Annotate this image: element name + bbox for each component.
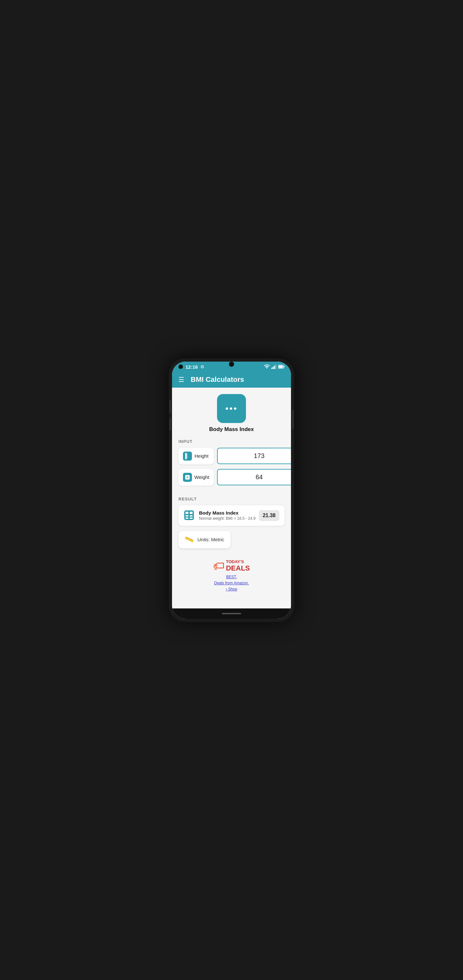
height-label-btn[interactable]: Height: [178, 448, 214, 465]
height-row: Height cm: [178, 448, 285, 465]
camera-dot: [178, 364, 183, 369]
svg-rect-9: [185, 455, 187, 455]
bmi-card-title: Body Mass Index: [209, 426, 254, 433]
bmi-icon-dots: •••: [225, 403, 238, 414]
svg-rect-11: [185, 457, 187, 457]
svg-rect-12: [185, 458, 188, 458]
result-desc: Normal weight: BMI = 18.5 - 24.9: [199, 516, 256, 521]
units-button[interactable]: 📏 Units: Metric: [178, 531, 231, 548]
weight-label-text: Weight: [194, 474, 209, 480]
svg-rect-20: [190, 515, 193, 517]
weight-row: Weight Kg: [178, 469, 285, 486]
input-section-label: INPUT: [178, 439, 285, 444]
svg-rect-21: [186, 517, 188, 519]
bmi-header: ••• Body Mass Index: [209, 394, 254, 433]
units-text: Units: Metric: [197, 537, 224, 542]
svg-point-15: [187, 477, 188, 477]
ad-banner: 🏷 TODAY'S DEALS BEST. Deals from Amazon.…: [213, 559, 250, 593]
result-name: Body Mass Index: [199, 510, 256, 515]
svg-rect-2: [274, 366, 275, 369]
wifi-icon: [264, 364, 270, 369]
svg-rect-17: [186, 512, 188, 514]
status-time: 12:16: [186, 364, 198, 370]
home-indicator[interactable]: [222, 613, 241, 614]
ad-deals-text: DEALS: [226, 565, 250, 572]
ad-today-text: TODAY'S: [226, 560, 250, 564]
ruler-icon: 📏: [184, 534, 194, 545]
ad-link-line1: BEST.: [214, 574, 249, 580]
svg-rect-22: [190, 517, 193, 519]
ad-logo: 🏷 TODAY'S DEALS: [213, 559, 250, 573]
price-tag-icon: 🏷: [213, 559, 225, 573]
weight-input[interactable]: [217, 469, 291, 485]
result-card: Body Mass Index Normal weight: BMI = 18.…: [178, 505, 285, 526]
svg-rect-18: [190, 512, 193, 514]
svg-rect-6: [284, 366, 285, 368]
height-icon: [183, 452, 192, 461]
result-section-label: RESULT: [178, 496, 285, 501]
ad-link-line3: › Shop: [214, 586, 249, 592]
ad-link-line2: Deals from Amazon.: [214, 580, 249, 586]
input-section: INPUT: [178, 439, 285, 490]
app-bar: ☰ BMI Calculators: [172, 372, 291, 388]
height-label-text: Height: [194, 453, 208, 459]
result-info: Body Mass Index Normal weight: BMI = 18.…: [199, 510, 256, 521]
svg-rect-5: [279, 366, 283, 368]
calculator-icon: [184, 510, 195, 521]
result-left: Body Mass Index Normal weight: BMI = 18.…: [184, 510, 256, 521]
ad-link[interactable]: BEST. Deals from Amazon. › Shop: [214, 574, 249, 593]
status-bar: 12:16 ⚙: [172, 361, 291, 372]
svg-rect-8: [185, 454, 188, 455]
bottom-bar: [172, 608, 291, 619]
height-input[interactable]: [217, 448, 291, 464]
bmi-icon-box: •••: [217, 394, 246, 423]
result-section: RESULT: [178, 496, 285, 526]
gear-icon: ⚙: [200, 364, 205, 369]
app-title: BMI Calculators: [191, 375, 244, 384]
svg-rect-3: [275, 364, 276, 369]
result-value-badge: 21.38: [259, 510, 279, 521]
svg-rect-10: [185, 456, 188, 457]
svg-rect-0: [271, 368, 272, 369]
weight-label-btn[interactable]: Weight: [178, 469, 214, 486]
main-content: ••• Body Mass Index INPUT: [172, 388, 291, 608]
battery-icon: [278, 365, 285, 369]
weight-icon: [183, 473, 192, 482]
signal-icon: [271, 364, 277, 369]
svg-rect-1: [273, 367, 274, 369]
hamburger-menu[interactable]: ☰: [178, 376, 184, 383]
svg-rect-19: [186, 515, 188, 517]
